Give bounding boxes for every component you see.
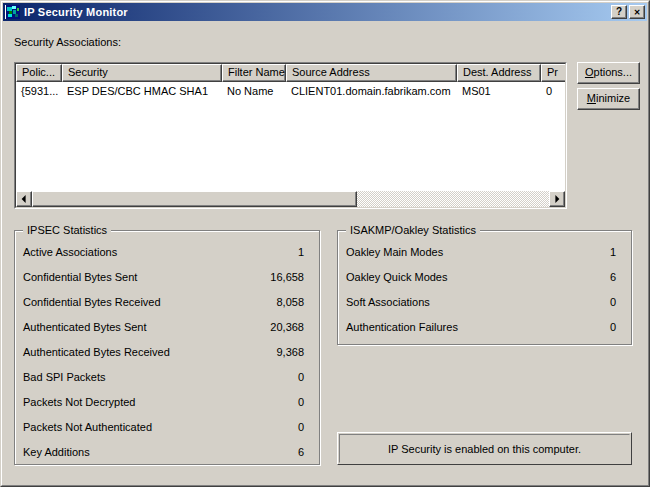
column-header-policy[interactable]: Polic... — [16, 64, 62, 82]
column-header-filter-name[interactable]: Filter Name — [222, 64, 286, 82]
column-header-protocol[interactable]: Pr — [541, 64, 566, 82]
stat-row: Oakley Quick Modes6 — [338, 264, 631, 289]
window-title: IP Security Monitor — [24, 6, 609, 18]
ip-security-monitor-icon — [5, 4, 21, 20]
stat-label: Authenticated Bytes Received — [15, 346, 170, 358]
minimize-button[interactable]: Minimize — [577, 88, 640, 110]
isakmp-oakley-statistics-group: ISAKMP/Oakley Statistics Oakley Main Mod… — [337, 230, 632, 345]
stat-value: 16,658 — [270, 271, 319, 283]
stat-value: 6 — [610, 271, 631, 283]
help-icon: ? — [616, 6, 622, 17]
stat-row: Active Associations1 — [15, 239, 319, 264]
scroll-left-icon — [22, 195, 26, 203]
close-button[interactable]: ✕ — [629, 5, 645, 19]
isakmp-statistics-rows: Oakley Main Modes1 Oakley Quick Modes6 S… — [338, 231, 631, 344]
stat-row: Oakley Main Modes1 — [338, 239, 631, 264]
stat-row: Packets Not Authenticated0 — [15, 414, 319, 439]
ip-security-monitor-window: IP Security Monitor ? ✕ Security Associa… — [0, 0, 650, 487]
cell-source-address: CLIENT01.domain.fabrikam.com — [286, 85, 457, 97]
stat-value: 0 — [298, 421, 319, 433]
cell-dest-address: MS01 — [457, 85, 541, 97]
security-associations-list: Polic... Security Filter Name Source Add… — [14, 62, 567, 209]
ipsec-statistics-rows: Active Associations1 Confidential Bytes … — [15, 231, 319, 464]
cell-policy: {5931... — [16, 85, 62, 97]
stat-label: Packets Not Decrypted — [15, 396, 136, 408]
scroll-right-icon — [555, 195, 559, 203]
column-header-source-address[interactable]: Source Address — [286, 64, 457, 82]
stat-row: Confidential Bytes Sent16,658 — [15, 264, 319, 289]
column-header-dest-address[interactable]: Dest. Address — [457, 64, 541, 82]
stat-label: Oakley Main Modes — [338, 246, 443, 258]
stat-row: Authenticated Bytes Sent20,368 — [15, 314, 319, 339]
scrollbar-track[interactable] — [357, 191, 549, 207]
status-message: IP Security is enabled on this computer. — [388, 443, 581, 455]
status-panel-inner: IP Security is enabled on this computer. — [339, 434, 630, 463]
scroll-left-button[interactable] — [16, 191, 32, 207]
stat-value: 0 — [610, 321, 631, 333]
cell-protocol: 0 — [541, 85, 566, 97]
table-row[interactable]: {5931... ESP DES/CBC HMAC SHA1 No Name C… — [16, 82, 566, 99]
security-associations-label: Security Associations: — [14, 36, 121, 48]
column-header-security[interactable]: Security — [62, 64, 222, 82]
stat-row: Authenticated Bytes Received9,368 — [15, 339, 319, 364]
stat-row: Bad SPI Packets0 — [15, 364, 319, 389]
list-header-row: Polic... Security Filter Name Source Add… — [16, 64, 566, 82]
stat-row: Key Additions6 — [15, 439, 319, 464]
stat-row: Authentication Failures0 — [338, 314, 631, 339]
stat-value: 1 — [298, 246, 319, 258]
stat-row: Packets Not Decrypted0 — [15, 389, 319, 414]
security-associations-list-viewport: Polic... Security Filter Name Source Add… — [15, 63, 566, 208]
stat-value: 20,368 — [270, 321, 319, 333]
close-icon: ✕ — [634, 8, 641, 17]
stat-value: 1 — [610, 246, 631, 258]
stat-label: Authenticated Bytes Sent — [15, 321, 147, 333]
stat-label: Oakley Quick Modes — [338, 271, 447, 283]
ipsec-statistics-group: IPSEC Statistics Active Associations1 Co… — [14, 230, 320, 465]
scrollbar-thumb[interactable] — [32, 191, 357, 207]
status-panel: IP Security is enabled on this computer. — [337, 432, 632, 465]
stat-label: Packets Not Authenticated — [15, 421, 152, 433]
stat-label: Key Additions — [15, 446, 90, 458]
horizontal-scrollbar[interactable] — [16, 191, 565, 207]
stat-label: Confidential Bytes Sent — [15, 271, 137, 283]
stat-label: Soft Associations — [338, 296, 430, 308]
stat-value: 8,058 — [276, 296, 319, 308]
stat-value: 0 — [610, 296, 631, 308]
options-button[interactable]: Options... — [577, 62, 640, 84]
stat-row: Confidential Bytes Received8,058 — [15, 289, 319, 314]
stat-value: 0 — [298, 396, 319, 408]
stat-value: 9,368 — [276, 346, 319, 358]
stat-label: Bad SPI Packets — [15, 371, 106, 383]
stat-label: Active Associations — [15, 246, 117, 258]
stat-label: Authentication Failures — [338, 321, 458, 333]
scroll-right-button[interactable] — [549, 191, 565, 207]
stat-label: Confidential Bytes Received — [15, 296, 161, 308]
stat-value: 0 — [298, 371, 319, 383]
stat-row: Soft Associations0 — [338, 289, 631, 314]
stat-value: 6 — [298, 446, 319, 458]
cell-security: ESP DES/CBC HMAC SHA1 — [62, 85, 222, 97]
help-button[interactable]: ? — [611, 5, 627, 19]
cell-filter-name: No Name — [222, 85, 286, 97]
title-bar[interactable]: IP Security Monitor ? ✕ — [3, 3, 647, 21]
